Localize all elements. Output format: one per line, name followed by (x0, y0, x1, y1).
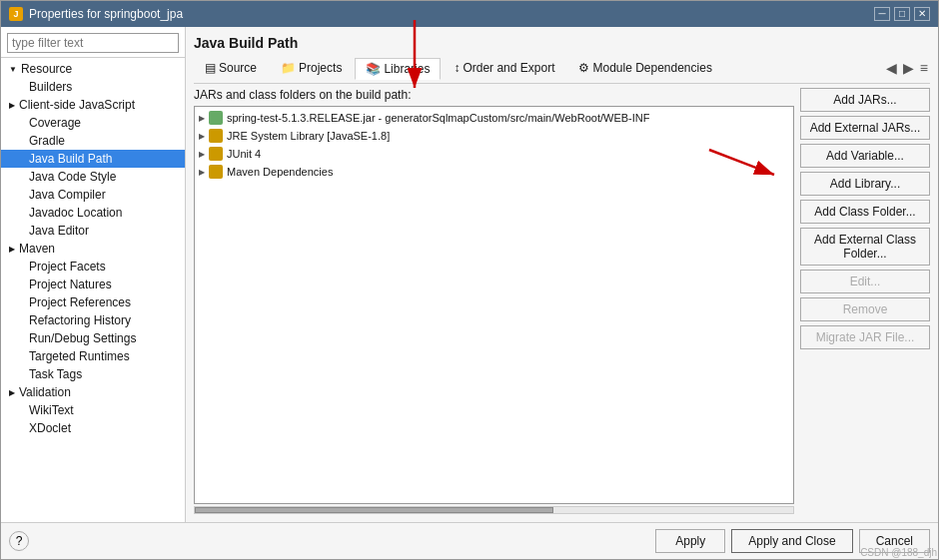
sidebar-item-targeted-runtimes[interactable]: Targeted Runtimes (1, 347, 185, 365)
action-btn-label-add-library: Add Library... (830, 177, 900, 191)
nav-forward-button[interactable]: ▶ (901, 60, 916, 76)
sidebar-item-resource[interactable]: ▼Resource (1, 60, 185, 78)
tabs-row: ▤Source📁Projects📚Libraries↕Order and Exp… (194, 57, 930, 84)
lib-name-jre-system: JRE System Library [JavaSE-1.8] (227, 130, 390, 142)
tab-module-deps[interactable]: ⚙Module Dependencies (567, 57, 722, 79)
nav-item-label: Project Natures (29, 278, 112, 291)
apply-button[interactable]: Apply (655, 529, 725, 553)
tab-order-export[interactable]: ↕Order and Export (443, 57, 565, 79)
lib-expand-spring-test: ▶ (199, 114, 205, 123)
search-input[interactable] (7, 33, 179, 53)
lib-item-junit4[interactable]: ▶ JUnit 4 (195, 145, 793, 163)
action-btn-add-external-jars[interactable]: Add External JARs... (800, 116, 930, 140)
properties-dialog: J Properties for springboot_jpa ─ □ ✕ ▼R… (0, 0, 939, 560)
nav-item-label: WikiText (29, 403, 74, 417)
nav-back-button[interactable]: ◀ (884, 60, 899, 76)
nav-item-label: Resource (21, 62, 72, 76)
lib-expand-maven-deps: ▶ (199, 168, 205, 177)
title-bar-left: J Properties for springboot_jpa (9, 7, 183, 21)
apply-close-button[interactable]: Apply and Close (731, 529, 852, 553)
nav-item-label: Maven (19, 242, 55, 256)
sidebar-item-validation[interactable]: ▶Validation (1, 383, 185, 401)
tab-label-module-deps: Module Dependencies (592, 61, 711, 75)
nav-item-label: Java Code Style (29, 170, 116, 184)
lib-expand-jre-system: ▶ (199, 132, 205, 141)
lib-icon-jre-system (209, 129, 223, 143)
nav-item-label: Coverage (29, 116, 81, 130)
action-btn-label-remove: Remove (843, 302, 888, 316)
minimize-button[interactable]: ─ (874, 7, 890, 21)
action-btn-add-library[interactable]: Add Library... (800, 172, 930, 196)
app-icon: J (9, 7, 23, 21)
sidebar-item-refactoring-history[interactable]: Refactoring History (1, 311, 185, 329)
window-controls: ─ □ ✕ (874, 7, 930, 21)
sidebar-item-project-facets[interactable]: Project Facets (1, 258, 185, 276)
search-box (1, 27, 185, 58)
sidebar-item-builders[interactable]: Builders (1, 78, 185, 96)
expand-triangle: ▶ (9, 101, 15, 110)
sidebar-item-client-side-js[interactable]: ▶Client-side JavaScript (1, 96, 185, 114)
tab-icon-libraries: 📚 (366, 62, 381, 76)
sidebar-item-java-code-style[interactable]: Java Code Style (1, 168, 185, 186)
lib-item-jre-system[interactable]: ▶ JRE System Library [JavaSE-1.8] (195, 127, 793, 145)
tab-label-projects: Projects (299, 61, 342, 75)
sidebar-item-project-references[interactable]: Project References (1, 293, 185, 311)
panel-title: Java Build Path (194, 35, 930, 51)
tab-libraries[interactable]: 📚Libraries (355, 58, 441, 80)
tab-icon-order-export: ↕ (454, 61, 460, 75)
action-btn-remove: Remove (800, 297, 930, 321)
action-btn-add-external-class-folder[interactable]: Add External Class Folder... (800, 228, 930, 266)
nav-item-label: Javadoc Location (29, 206, 122, 220)
lib-icon-maven-deps (209, 165, 223, 179)
action-btn-label-add-class-folder: Add Class Folder... (814, 205, 915, 219)
sidebar-item-java-build-path[interactable]: Java Build Path (1, 150, 185, 168)
action-btn-edit: Edit... (800, 270, 930, 293)
lib-item-maven-deps[interactable]: ▶ Maven Dependencies (195, 163, 793, 181)
watermark: CSDN @188_djh (860, 547, 937, 558)
action-btn-label-add-external-class-folder: Add External Class Folder... (814, 233, 916, 261)
sidebar-item-xdoclet[interactable]: XDoclet (1, 419, 185, 437)
horizontal-scrollbar[interactable] (194, 506, 794, 514)
lib-item-spring-test[interactable]: ▶ spring-test-5.1.3.RELEASE.jar - genera… (195, 109, 793, 127)
close-button[interactable]: ✕ (914, 7, 930, 21)
nav-item-label: Client-side JavaScript (19, 98, 135, 112)
lib-expand-junit4: ▶ (199, 150, 205, 159)
nav-item-label: Java Build Path (29, 152, 112, 166)
content-area: JARs and class folders on the build path… (194, 88, 930, 514)
sidebar-item-run-debug-settings[interactable]: Run/Debug Settings (1, 329, 185, 347)
sidebar-item-project-natures[interactable]: Project Natures (1, 276, 185, 293)
sidebar-item-maven[interactable]: ▶Maven (1, 240, 185, 258)
maximize-button[interactable]: □ (894, 7, 910, 21)
nav-item-label: Java Editor (29, 224, 89, 238)
main-content: ▼ResourceBuilders▶Client-side JavaScript… (1, 27, 938, 522)
tab-icon-source: ▤ (205, 61, 216, 75)
action-btn-label-migrate-jar: Migrate JAR File... (816, 330, 915, 344)
nav-item-label: Targeted Runtimes (29, 349, 130, 363)
action-btn-add-class-folder[interactable]: Add Class Folder... (800, 200, 930, 224)
action-btn-add-variable[interactable]: Add Variable... (800, 144, 930, 168)
panel-nav-buttons: ◀ ▶ ≡ (884, 60, 930, 76)
sidebar-item-java-editor[interactable]: Java Editor (1, 222, 185, 240)
help-button[interactable]: ? (9, 531, 29, 551)
nav-menu-button[interactable]: ≡ (918, 60, 930, 76)
tab-projects[interactable]: 📁Projects (270, 57, 353, 79)
action-btn-add-jars[interactable]: Add JARs... (800, 88, 930, 112)
sidebar-item-wiki-text[interactable]: WikiText (1, 401, 185, 419)
lib-icon-spring-test (209, 111, 223, 125)
sidebar-item-gradle[interactable]: Gradle (1, 132, 185, 150)
sidebar-item-task-tags[interactable]: Task Tags (1, 365, 185, 383)
nav-item-label: Project References (29, 295, 131, 309)
sidebar: ▼ResourceBuilders▶Client-side JavaScript… (1, 27, 186, 522)
libs-label: JARs and class folders on the build path… (194, 88, 794, 102)
tab-source[interactable]: ▤Source (194, 57, 268, 79)
tab-label-source: Source (219, 61, 257, 75)
sidebar-item-javadoc-location[interactable]: Javadoc Location (1, 204, 185, 222)
sidebar-item-java-compiler[interactable]: Java Compiler (1, 186, 185, 204)
action-btn-label-add-jars: Add JARs... (833, 93, 896, 107)
sidebar-item-coverage[interactable]: Coverage (1, 114, 185, 132)
right-panel: Java Build Path ▤Source📁Projects📚Librari… (186, 27, 938, 522)
nav-tree: ▼ResourceBuilders▶Client-side JavaScript… (1, 58, 185, 522)
lib-name-junit4: JUnit 4 (227, 148, 261, 160)
lib-name-spring-test: spring-test-5.1.3.RELEASE.jar - generato… (227, 112, 649, 124)
libs-list: ▶ spring-test-5.1.3.RELEASE.jar - genera… (194, 106, 794, 504)
